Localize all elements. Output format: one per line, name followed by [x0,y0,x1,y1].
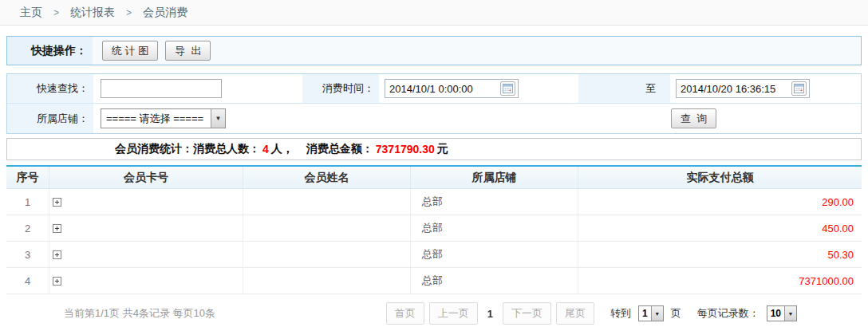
export-button[interactable]: 导 出 [165,41,211,61]
pagesize-select[interactable]: 10 ▼ [767,305,797,321]
calendar-button[interactable] [791,81,807,96]
breadcrumb-current: 会员消费 [143,6,187,20]
first-page-button[interactable]: 首页 [386,302,424,325]
row-no: 1 [6,189,49,215]
expand-icon[interactable] [53,224,61,233]
chevron-down-icon[interactable]: ▼ [784,306,796,321]
quick-search-input[interactable] [101,79,222,98]
row-amount-cell: 7371000.00 [578,268,862,294]
to-label: 至 [578,74,670,103]
expand-icon[interactable] [53,277,61,286]
col-header-card: 会员卡号 [49,167,243,188]
pagination-summary: 当前第1/1页 共4条记录 每页10条 [6,306,215,321]
quick-search-cell [93,74,302,103]
prev-page-button[interactable]: 上一页 [429,302,478,325]
stats-count-value: 4 [262,143,269,156]
chevron-down-icon[interactable]: ▼ [651,306,663,321]
breadcrumb: 主页 > 统计报表 > 会员消费 [0,0,868,26]
col-header-no: 序号 [6,167,49,188]
filter-empty-cell [422,104,669,133]
col-header-amount: 实际支付总额 [578,167,862,188]
row-no: 4 [6,268,49,294]
time-to-field[interactable]: 2014/10/20 16:36:15 [676,79,810,98]
col-header-store: 所属店铺 [411,167,578,188]
row-name-cell [243,189,411,215]
stats-count-label: 消费总人数： [193,142,260,156]
table-header: 序号 会员卡号 会员姓名 所属店铺 实际支付总额 [6,165,862,189]
calendar-icon [794,84,804,93]
row-card-cell [49,189,243,215]
table-row: 1 总部 290.00 [6,189,862,215]
store-cell: ===== 请选择 ===== ▼ [93,104,422,133]
filter-row-2: 所属店铺： ===== 请选择 ===== ▼ 查 询 [7,104,861,133]
consume-time-label: 消费时间： [302,74,379,103]
col-header-name: 会员姓名 [243,167,411,188]
time-from-value: 2014/10/1 0:00:00 [389,83,500,95]
goto-page-value: 1 [639,306,651,321]
row-amount-cell: 290.00 [578,189,862,215]
table-row: 3 总部 50.30 [6,242,862,268]
quick-search-label: 快速查找： [7,74,93,103]
table-row: 4 总部 7371000.00 [6,268,862,294]
row-name-cell [243,242,411,267]
row-store-cell: 总部 [411,215,578,241]
row-name-cell [243,268,411,294]
goto-page-select[interactable]: 1 ▼ [638,305,664,321]
row-no: 3 [6,242,49,267]
stats-amount-label: 消费总金额： [306,142,373,156]
consumption-table: 序号 会员卡号 会员姓名 所属店铺 实际支付总额 1 总部 290.00 2 总… [6,165,862,294]
time-to-cell: 2014/10/20 16:36:15 [670,74,861,103]
breadcrumb-home[interactable]: 主页 [20,6,42,20]
breadcrumb-separator-icon: > [126,7,132,18]
breadcrumb-separator-icon: > [53,7,59,18]
quick-actions-buttons: 统 计 图 导 出 [93,37,211,65]
row-name-cell [243,215,411,241]
stats-amount-unit: 元 [437,142,448,156]
time-from-cell: 2014/10/1 0:00:00 [379,74,578,103]
last-page-button[interactable]: 尾页 [556,302,594,325]
filter-panel: 快速查找： 消费时间： 2014/10/1 0:00:00 至 [6,73,862,134]
time-to-value: 2014/10/20 16:36:15 [681,83,791,95]
calendar-icon [503,84,513,93]
row-no: 2 [6,215,49,241]
row-store-cell: 总部 [411,189,578,215]
stats-title: 会员消费统计： [115,142,193,156]
pagesize-label: 每页记录数： [697,306,760,321]
quick-actions-bar: 快捷操作： 统 计 图 导 出 [6,36,862,65]
expand-icon[interactable] [53,198,61,207]
goto-unit: 页 [671,306,681,321]
calendar-button[interactable] [500,81,515,96]
store-select-value: ===== 请选择 ===== [101,109,211,128]
store-select[interactable]: ===== 请选择 ===== ▼ [101,108,226,128]
stats-count-unit: 人， [271,142,294,156]
goto-label: 转到 [610,306,631,321]
chevron-down-icon[interactable]: ▼ [211,109,225,128]
pagination-bar: 当前第1/1页 共4条记录 每页10条 首页 上一页 1 下一页 尾页 转到 1… [6,302,862,325]
row-card-cell [49,242,243,267]
time-from-field[interactable]: 2014/10/1 0:00:00 [385,79,519,98]
row-store-cell: 总部 [411,268,578,294]
row-card-cell [49,268,243,294]
breadcrumb-reports[interactable]: 统计报表 [70,6,115,20]
row-store-cell: 总部 [411,242,578,267]
stats-bar: 会员消费统计： 消费总人数： 4 人， 消费总金额： 7371790.30 元 [6,138,862,160]
search-button[interactable]: 查 询 [671,108,716,128]
pager-controls: 首页 上一页 1 下一页 尾页 转到 1 ▼ 页 每页记录数： 10 ▼ [386,302,862,325]
row-amount-cell: 450.00 [578,215,862,241]
quick-actions-label: 快捷操作： [7,37,93,65]
pagesize-value: 10 [767,306,784,321]
row-card-cell [49,215,243,241]
filter-row-1: 快速查找： 消费时间： 2014/10/1 0:00:00 至 [7,74,861,104]
row-amount-cell: 50.30 [578,242,862,267]
current-page: 1 [487,308,493,320]
chart-button[interactable]: 统 计 图 [102,41,158,61]
table-row: 2 总部 450.00 [6,215,862,242]
search-cell: 查 询 [669,104,861,133]
store-label: 所属店铺： [7,104,93,133]
next-page-button[interactable]: 下一页 [503,302,551,325]
stats-amount-value: 7371790.30 [376,143,435,156]
expand-icon[interactable] [53,250,61,259]
